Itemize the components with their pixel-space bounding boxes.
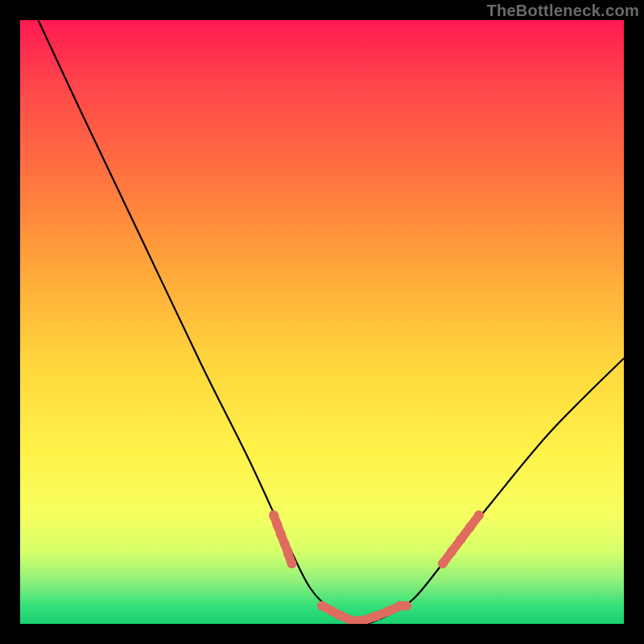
marker-segment	[322, 606, 331, 611]
marker-dot	[317, 601, 327, 611]
marker-dot	[283, 549, 293, 559]
marker-dot	[280, 539, 290, 548]
watermark-text: TheBottleneck.com	[486, 2, 639, 20]
marker-segment	[470, 515, 479, 527]
marker-dot	[456, 535, 466, 544]
marker-segment	[331, 611, 340, 616]
marker-segment	[377, 611, 389, 616]
marker-dot	[402, 601, 411, 611]
marker-segment	[389, 606, 401, 612]
marker-dot	[384, 606, 394, 616]
marker-dot	[465, 522, 475, 532]
marker-dot	[474, 510, 484, 520]
marker-segment	[461, 527, 470, 539]
marker-dot	[276, 530, 286, 539]
marker-dot	[438, 559, 448, 568]
marker-segment	[274, 515, 278, 525]
chart-frame: TheBottleneck.com	[0, 0, 644, 644]
marker-dot	[348, 616, 357, 624]
marker-group	[269, 510, 484, 624]
marker-segment	[353, 621, 365, 621]
marker-segment	[452, 539, 460, 551]
marker-segment	[281, 535, 285, 543]
marker-segment	[365, 616, 377, 620]
marker-dot	[336, 611, 345, 621]
marker-dot	[326, 606, 336, 616]
marker-segment	[285, 543, 289, 554]
marker-dot	[287, 559, 297, 568]
marker-segment	[341, 616, 353, 621]
marker-dot	[396, 601, 406, 611]
marker-dot	[273, 520, 283, 530]
marker-dot	[360, 616, 369, 625]
marker-dot	[447, 547, 456, 556]
marker-dot	[372, 611, 382, 621]
marker-segment	[278, 525, 282, 535]
bottleneck-curve	[39, 20, 625, 624]
marker-dot	[269, 510, 279, 520]
marker-segment	[288, 554, 292, 564]
marker-segment	[443, 551, 452, 564]
chart-svg	[20, 20, 624, 624]
chart-plot-area	[20, 20, 624, 624]
